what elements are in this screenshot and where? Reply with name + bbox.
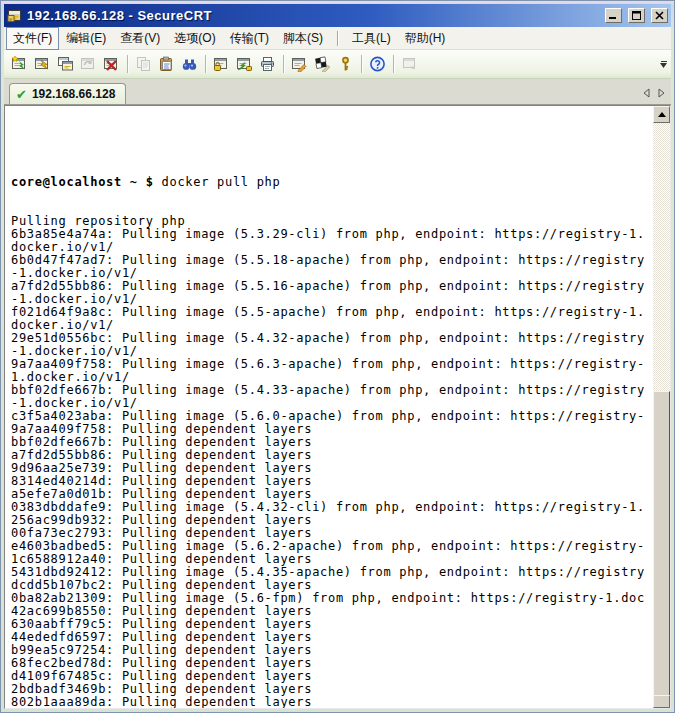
tab-scroll-buttons bbox=[643, 85, 665, 101]
prompt-command: docker pull php bbox=[154, 175, 281, 189]
menu-item-file[interactable]: 文件(F) bbox=[6, 27, 59, 50]
disconnect-icon[interactable] bbox=[100, 53, 123, 76]
toolbar-overflow-icon[interactable] bbox=[658, 56, 669, 72]
scroll-down-icon[interactable] bbox=[653, 695, 670, 708]
toolbar-divider bbox=[127, 55, 128, 73]
menu-item-help[interactable]: 帮助(H) bbox=[398, 27, 453, 50]
menu-item-transfer[interactable]: 传输(T) bbox=[223, 27, 276, 50]
toolbar bbox=[4, 50, 671, 79]
tab-session[interactable]: ✔ 192.168.66.128 bbox=[9, 83, 126, 104]
terminal-text: core@localhost ~ $ docker pull php Pulli… bbox=[5, 106, 653, 708]
maximize-button[interactable] bbox=[628, 8, 645, 23]
scrollbar-thumb[interactable] bbox=[653, 391, 670, 699]
activator-icon bbox=[398, 53, 421, 76]
title-bar: 192.168.66.128 - SecureCRT bbox=[4, 4, 671, 27]
vertical-scrollbar[interactable] bbox=[653, 106, 670, 708]
help-icon[interactable] bbox=[366, 53, 389, 76]
menu-item-edit[interactable]: 编辑(E) bbox=[59, 27, 113, 50]
menu-divider bbox=[337, 31, 338, 46]
tab-bar: ✔ 192.168.66.128 bbox=[4, 79, 671, 105]
tab-label: 192.168.66.128 bbox=[32, 87, 115, 101]
copy-icon bbox=[132, 53, 155, 76]
session-options-icon[interactable] bbox=[288, 53, 311, 76]
scroll-up-icon[interactable] bbox=[653, 106, 670, 123]
menu-item-options[interactable]: 选项(O) bbox=[167, 27, 222, 50]
securecrt-window: 192.168.66.128 - SecureCRT 文件(F)编辑(E)查看(… bbox=[0, 0, 675, 713]
find-icon[interactable] bbox=[178, 53, 201, 76]
terminal-line: 802b1aaa89da: Pulling dependent layers bbox=[11, 696, 653, 708]
window-title: 192.168.66.128 - SecureCRT bbox=[27, 8, 599, 23]
print-icon[interactable] bbox=[256, 53, 279, 76]
connect-icon[interactable] bbox=[31, 53, 54, 76]
terminal-prompt-line: core@localhost ~ $ docker pull php bbox=[11, 176, 653, 189]
menu-item-script[interactable]: 脚本(S) bbox=[276, 27, 330, 50]
session-lock-icon[interactable] bbox=[210, 53, 233, 76]
reconnect-icon bbox=[77, 53, 100, 76]
new-session-icon[interactable] bbox=[8, 53, 31, 76]
close-button[interactable] bbox=[651, 8, 668, 23]
prompt-user-host: core@localhost ~ $ bbox=[11, 175, 154, 189]
menu-bar: 文件(F)编辑(E)查看(V)选项(O)传输(T)脚本(S)工具(L)帮助(H) bbox=[4, 27, 671, 50]
tab-scroll-left-icon[interactable] bbox=[643, 85, 650, 101]
toolbar-divider bbox=[393, 55, 394, 73]
terminal-output: Pulling repository php6b3a85e4a74a: Pull… bbox=[11, 215, 653, 708]
clone-session-icon[interactable] bbox=[233, 53, 256, 76]
connected-check-icon: ✔ bbox=[16, 88, 27, 101]
toolbar-divider bbox=[283, 55, 284, 73]
minimize-button[interactable] bbox=[605, 8, 622, 23]
tabbed-session-icon[interactable] bbox=[54, 53, 77, 76]
menu-item-view[interactable]: 查看(V) bbox=[113, 27, 167, 50]
toolbar-divider bbox=[361, 55, 362, 73]
keymap-editor-icon[interactable] bbox=[311, 53, 334, 76]
security-key-icon[interactable] bbox=[334, 53, 357, 76]
menu-item-tools[interactable]: 工具(L) bbox=[345, 27, 398, 50]
securecrt-app-icon bbox=[7, 8, 23, 24]
toolbar-divider bbox=[205, 55, 206, 73]
terminal-viewport[interactable]: core@localhost ~ $ docker pull php Pulli… bbox=[4, 105, 671, 709]
paste-icon[interactable] bbox=[155, 53, 178, 76]
tab-scroll-right-icon[interactable] bbox=[658, 85, 665, 101]
